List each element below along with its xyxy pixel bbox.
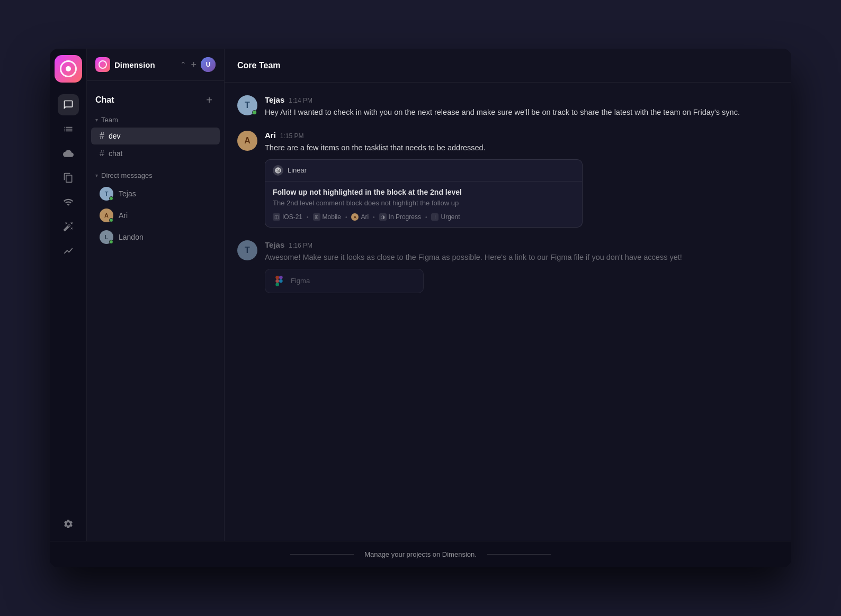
team-section-label: Team	[101, 116, 118, 124]
svg-rect-4	[279, 279, 283, 283]
message-3-header: Tejas 1:16 PM	[265, 240, 779, 249]
workspace-header: Dimension ⌃ + U	[87, 49, 224, 81]
ari-avatar: A	[100, 209, 113, 222]
chat-main: Core Team T Tejas 1:14 PM Hey Ari! I wan…	[225, 49, 791, 541]
message-3-author: Tejas	[265, 240, 284, 249]
svg-rect-2	[275, 279, 279, 283]
message-2-header: Ari 1:15 PM	[265, 131, 779, 140]
linear-meta: ◫ IOS-21 • ⊞ Mobile •	[273, 213, 575, 221]
status-label: In Progress	[389, 213, 421, 221]
chat-header: Core Team	[225, 49, 791, 83]
sidebar-chat-label: Chat	[95, 95, 114, 105]
meta-separator-1: •	[307, 214, 309, 220]
message-3-content: Tejas 1:16 PM Awesome! Make sure it look…	[265, 240, 779, 293]
channel-sidebar: Dimension ⌃ + U Chat + ▾ Team # de	[87, 49, 225, 541]
tejas-online-dot	[109, 196, 113, 201]
linear-service-label: Linear	[288, 166, 307, 174]
message-3-time: 1:16 PM	[289, 242, 312, 249]
meta-separator-4: •	[425, 214, 427, 220]
team-chevron-icon: ▾	[95, 117, 98, 123]
list-icon[interactable]	[58, 119, 79, 140]
message-1-time: 1:14 PM	[289, 97, 312, 104]
channel-item-chat[interactable]: # chat	[91, 145, 220, 162]
ari-name: Ari	[119, 211, 128, 220]
meta-priority: ! Urgent	[431, 213, 460, 221]
landon-avatar: L	[100, 230, 113, 244]
team-section-header[interactable]: ▾ Team	[87, 113, 224, 127]
team-icon: ⊞	[313, 213, 320, 221]
workspace-name: Dimension	[114, 60, 176, 69]
svg-rect-3	[275, 283, 279, 286]
bottom-bar-line-right	[487, 554, 551, 555]
message-3: T Tejas 1:16 PM Awesome! Make sure it lo…	[237, 240, 779, 293]
dm-chevron-icon: ▾	[95, 173, 98, 178]
signal-icon[interactable]	[58, 192, 79, 213]
workspace-add-button[interactable]: +	[191, 59, 196, 70]
message-2-avatar: A	[237, 131, 257, 151]
landon-online-dot	[109, 240, 113, 244]
priority-label: Urgent	[441, 213, 460, 221]
figma-card[interactable]: Figma	[265, 269, 424, 293]
priority-icon: !	[431, 213, 439, 221]
bottom-bar: Manage your projects on Dimension.	[50, 541, 791, 567]
app-logo[interactable]	[55, 55, 82, 83]
app-logo-dot	[66, 66, 71, 71]
message-1-content: Tejas 1:14 PM Hey Ari! I wanted to check…	[265, 95, 779, 118]
meta-assignee: A Ari	[351, 213, 369, 221]
hash-icon-2: #	[100, 149, 104, 158]
add-channel-button[interactable]: +	[203, 94, 216, 106]
chart-icon[interactable]	[58, 240, 79, 261]
hash-icon: #	[100, 131, 104, 141]
workspace-user-avatar[interactable]: U	[201, 57, 216, 72]
dm-item-ari[interactable]: A Ari	[91, 205, 220, 226]
message-3-avatar-wrapper: T	[237, 240, 257, 260]
copy-icon[interactable]	[58, 167, 79, 188]
message-1: T Tejas 1:14 PM Hey Ari! I wanted to che…	[237, 95, 779, 118]
message-2-avatar-wrapper: A	[237, 131, 257, 151]
message-2: A Ari 1:15 PM There are a few items on t…	[237, 131, 779, 228]
tool-icon[interactable]	[58, 216, 79, 237]
avatar-initial: U	[201, 57, 216, 72]
main-layout: Dimension ⌃ + U Chat + ▾ Team # de	[50, 49, 791, 541]
linear-card[interactable]: Linear Follow up not highlighted in the …	[265, 159, 583, 228]
message-2-author: Ari	[265, 131, 276, 140]
figma-logo-icon	[273, 275, 285, 287]
sidebar-chat-section: Chat +	[87, 89, 224, 113]
workspace-logo-inner	[99, 60, 107, 69]
channel-chat-label: chat	[109, 149, 122, 158]
meta-status: ◑ In Progress	[379, 213, 421, 221]
message-3-text: Awesome! Make sure it looks as close to …	[265, 251, 779, 263]
channel-item-dev[interactable]: # dev	[91, 128, 220, 144]
message-1-text: Hey Ari! I wanted to check in with you o…	[265, 106, 779, 118]
linear-card-header: Linear	[265, 160, 582, 182]
message-1-header: Tejas 1:14 PM	[265, 95, 779, 104]
linear-card-body: Follow up not highlighted in the block a…	[265, 182, 582, 227]
svg-rect-5	[279, 276, 283, 279]
meta-separator-3: •	[373, 214, 375, 220]
dm-item-landon[interactable]: L Landon	[91, 227, 220, 248]
message-2-content: Ari 1:15 PM There are a few items on the…	[265, 131, 779, 228]
dm-section-header[interactable]: ▾ Direct messages	[87, 168, 224, 183]
bottom-bar-line-left	[290, 554, 354, 555]
issue-id-label: IOS-21	[282, 213, 302, 221]
chat-title: Core Team	[237, 61, 281, 70]
app-logo-inner	[60, 60, 77, 77]
assignee-label: Ari	[361, 213, 369, 221]
workspace-logo	[95, 57, 110, 72]
settings-icon[interactable]	[58, 513, 79, 535]
linear-issue-title: Follow up not highlighted in the block a…	[273, 188, 575, 196]
meta-team: ⊞ Mobile	[313, 213, 341, 221]
svg-rect-1	[275, 276, 279, 279]
icon-sidebar	[50, 49, 87, 541]
message-2-time: 1:15 PM	[280, 132, 304, 140]
cloud-icon[interactable]	[58, 143, 79, 164]
workspace-chevron-icon[interactable]: ⌃	[180, 60, 186, 69]
tejas-avatar: T	[100, 187, 113, 201]
tejas-name: Tejas	[119, 189, 136, 198]
team-label: Mobile	[323, 213, 341, 221]
dm-item-tejas[interactable]: T Tejas	[91, 183, 220, 204]
messages-area: T Tejas 1:14 PM Hey Ari! I wanted to che…	[225, 83, 791, 541]
chat-icon[interactable]	[58, 94, 79, 115]
message-2-text: There are a few items on the tasklist th…	[265, 142, 779, 153]
meta-issue-id: ◫ IOS-21	[273, 213, 302, 221]
